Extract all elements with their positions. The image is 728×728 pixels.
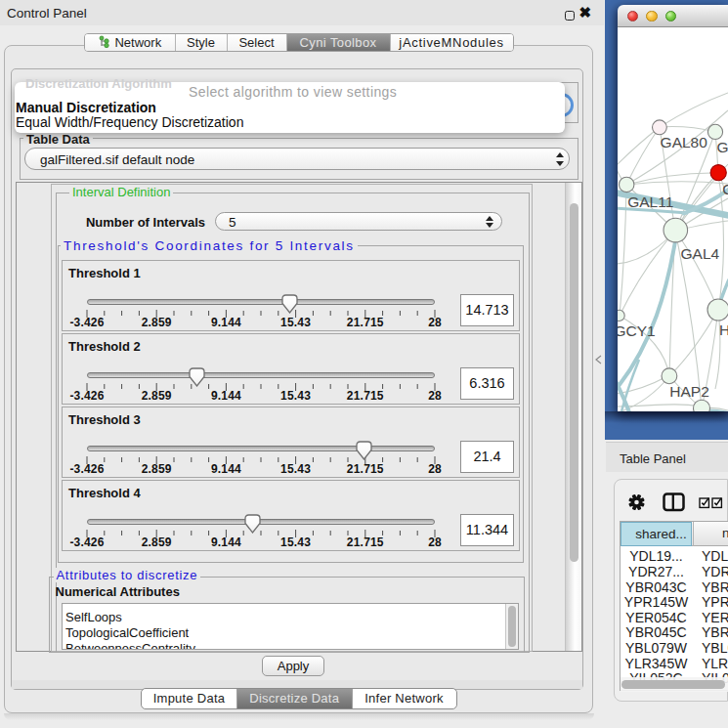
- svg-text:GA: GA: [717, 139, 728, 155]
- svg-text:GAL80: GAL80: [661, 134, 708, 150]
- svg-text:GAL11: GAL11: [627, 193, 673, 210]
- svg-text:GCY1: GCY1: [618, 322, 656, 339]
- svg-text:HAP2: HAP2: [669, 383, 709, 400]
- svg-text:HI: HI: [719, 321, 728, 338]
- svg-text:C: C: [722, 181, 728, 197]
- svg-text:GAL4: GAL4: [681, 245, 720, 262]
